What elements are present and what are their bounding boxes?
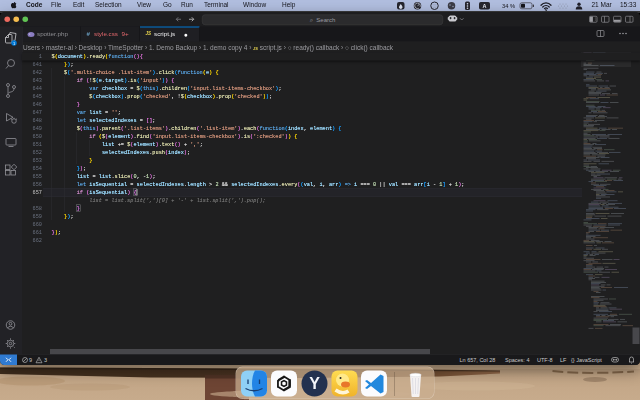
svg-text:A: A (483, 3, 487, 9)
svg-text:Y: Y (309, 375, 320, 392)
svg-text:34 %: 34 % (502, 3, 515, 9)
